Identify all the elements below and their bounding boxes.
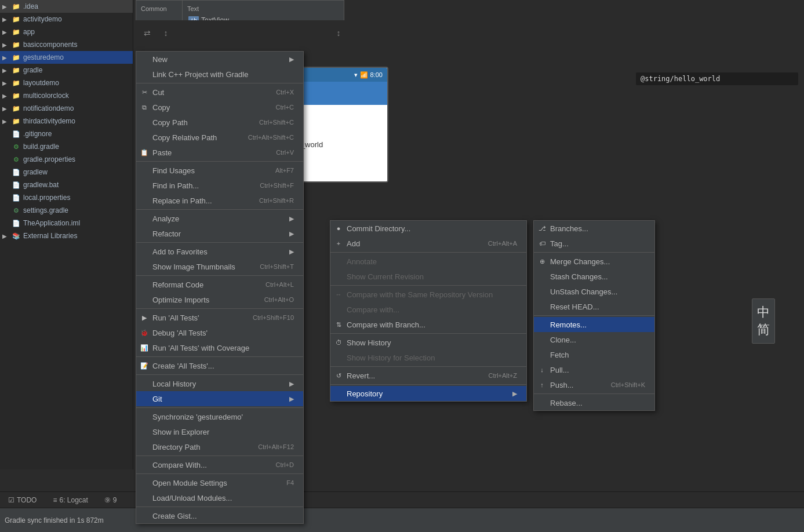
repo-menu-item-rebase---[interactable]: Rebase... xyxy=(534,395,654,410)
repo-menu-item-remotes---[interactable]: Remotes... xyxy=(534,317,654,332)
tree-item-basiccomponents[interactable]: ▶📁basiccomponents xyxy=(0,38,133,51)
tree-item-gesturedemo[interactable]: ▶📁gesturedemo xyxy=(0,51,133,64)
tree-arrow: ▶ xyxy=(2,42,12,48)
menu-item-synchronize--gesturedemo-[interactable]: Synchronize 'gesturedemo' xyxy=(136,409,303,424)
submenu-arrow-icon: ▶ xyxy=(278,248,294,256)
logcat-tab[interactable]: ≡ 6: Logcat xyxy=(49,495,91,505)
menu-item-directory-path[interactable]: Directory PathCtrl+Alt+F12 xyxy=(136,439,303,454)
menu-item-add-to-favorites[interactable]: Add to Favorites▶ xyxy=(136,244,303,259)
tree-item-settings-gradle[interactable]: ⚙settings.gradle xyxy=(0,204,133,217)
tree-item-multicolorclock[interactable]: ▶📁multicolorclock xyxy=(0,89,133,102)
menu-separator xyxy=(330,366,526,367)
chinese-panel: 中简 xyxy=(752,298,775,344)
code-snippet: @string/hello_world xyxy=(636,72,798,85)
menu-item-show-in-explorer[interactable]: Show in Explorer xyxy=(136,424,303,439)
menu-item-git[interactable]: Git▶ xyxy=(136,391,303,406)
toolbar-area: ⇄ ↕ xyxy=(139,26,174,40)
repo-menu-item-merge-changes---[interactable]: ⊕Merge Changes... xyxy=(534,254,654,269)
tree-item-gradlew-bat[interactable]: 📄gradlew.bat xyxy=(0,178,133,191)
repo-menu-item-push---[interactable]: ↑Push...Ctrl+Shift+K xyxy=(534,377,654,392)
menu-label: Compare with Branch... xyxy=(347,320,425,329)
menu-item-refactor[interactable]: Refactor▶ xyxy=(136,226,303,241)
tree-item-local-properties[interactable]: 📄local.properties xyxy=(0,191,133,204)
tree-item-label: .gitignore xyxy=(23,130,52,138)
tree-item-notificationdemo[interactable]: ▶📁notificationdemo xyxy=(0,102,133,115)
git-menu-item-show-history[interactable]: ⏱Show History xyxy=(330,335,526,350)
menu-item-link-c---project-with-gradle[interactable]: Link C++ Project with Gradle xyxy=(136,67,303,82)
menu-item-find-usages[interactable]: Find UsagesAlt+F7 xyxy=(136,163,303,178)
repo-menu-item-stash-changes---[interactable]: Stash Changes... xyxy=(534,269,654,284)
git-menu-item-add[interactable]: +AddCtrl+Alt+A xyxy=(330,236,526,251)
tree-item-label: gesturedemo xyxy=(23,53,64,61)
coverage-icon: 📊 xyxy=(140,343,149,352)
tree-item--idea[interactable]: ▶📁.idea xyxy=(0,0,133,13)
menu-label: Pull... xyxy=(550,366,569,374)
menu-item-create--all-tests----[interactable]: 📝Create 'All Tests'... xyxy=(136,358,303,373)
git-menu-item-compare-with-branch---[interactable]: ⇅Compare with Branch... xyxy=(330,317,526,332)
tree-item-label: basiccomponents xyxy=(23,41,77,49)
menu-item-optimize-imports[interactable]: Optimize ImportsCtrl+Alt+O xyxy=(136,292,303,307)
menu-item-paste[interactable]: 📋PasteCtrl+V xyxy=(136,145,303,160)
tree-arrow: ▶ xyxy=(2,54,12,61)
tree-item-app[interactable]: ▶📁app xyxy=(0,25,133,38)
tree-file-icon: ⚙ xyxy=(12,206,21,215)
git-menu-item-commit-directory---[interactable]: ●Commit Directory... xyxy=(330,221,526,236)
menu-item-create-gist---[interactable]: Create Gist... xyxy=(136,508,303,523)
tree-item-thirdactivitydemo[interactable]: ▶📁thirdactivitydemo xyxy=(0,115,133,127)
menu-shortcut: Ctrl+Shift+T xyxy=(248,263,294,270)
tree-arrow: ▶ xyxy=(2,105,12,112)
menu-item-copy[interactable]: ⧉CopyCtrl+C xyxy=(136,100,303,115)
menu-item-replace-in-path---[interactable]: Replace in Path...Ctrl+Shift+R xyxy=(136,193,303,208)
tree-item-theapplication-iml[interactable]: 📄TheApplication.iml xyxy=(0,217,133,229)
tree-item--gitignore[interactable]: 📄.gitignore xyxy=(0,127,133,140)
repo-menu-item-reset-head---[interactable]: Reset HEAD... xyxy=(534,299,654,314)
compare-branch-icon: ⇅ xyxy=(334,320,343,329)
git-menu-item-repository[interactable]: Repository▶ xyxy=(330,386,526,401)
vertical-arrows-icon[interactable]: ↕ xyxy=(159,26,173,40)
repo-menu-item-tag---[interactable]: 🏷Tag... xyxy=(534,236,654,251)
swap-icon[interactable]: ⇄ xyxy=(140,26,154,40)
menu-separator xyxy=(330,333,526,334)
menu-item-run--all-tests-[interactable]: ▶Run 'All Tests'Ctrl+Shift+F10 xyxy=(136,310,303,325)
menu-label: Annotate xyxy=(347,257,377,266)
menu-item-reformat-code[interactable]: Reformat CodeCtrl+Alt+L xyxy=(136,277,303,292)
tree-item-label: gradle xyxy=(23,66,42,74)
tree-item-activitydemo[interactable]: ▶📁activitydemo xyxy=(0,13,133,25)
tree-item-external-libraries[interactable]: ▶📚External Libraries xyxy=(0,229,133,242)
tree-file-icon: 📁 xyxy=(12,2,21,11)
arrows-icon2[interactable]: ↕ xyxy=(332,26,345,40)
menu-label: Run 'All Tests' with Coverage xyxy=(152,344,249,352)
menu-item-local-history[interactable]: Local History▶ xyxy=(136,376,303,391)
tree-item-gradle-properties[interactable]: ⚙gradle.properties xyxy=(0,153,133,166)
repo-menu-item-unstash-changes---[interactable]: UnStash Changes... xyxy=(534,284,654,299)
menu-item-find-in-path---[interactable]: Find in Path...Ctrl+Shift+F xyxy=(136,178,303,193)
menu-separator xyxy=(136,161,303,162)
menu-item-copy-path[interactable]: Copy PathCtrl+Shift+C xyxy=(136,115,303,130)
menu-item-open-module-settings[interactable]: Open Module SettingsF4 xyxy=(136,475,303,490)
tree-arrow: ▶ xyxy=(2,93,12,99)
repo-menu-item-branches---[interactable]: ⎇Branches... xyxy=(534,221,654,236)
tree-item-gradlew[interactable]: 📄gradlew xyxy=(0,166,133,178)
menu-label: Find in Path... xyxy=(152,181,199,190)
repo-menu-item-pull---[interactable]: ↓Pull... xyxy=(534,362,654,377)
git-menu-item-revert---[interactable]: ↺Revert...Ctrl+Alt+Z xyxy=(330,368,526,383)
menu-item-run--all-tests--with-coverage[interactable]: 📊Run 'All Tests' with Coverage xyxy=(136,340,303,355)
revert-icon: ↺ xyxy=(334,371,343,380)
menu-item-copy-relative-path[interactable]: Copy Relative PathCtrl+Alt+Shift+C xyxy=(136,130,303,145)
menu-item-new[interactable]: New▶ xyxy=(136,52,303,67)
tree-item-gradle[interactable]: ▶📁gradle xyxy=(0,64,133,76)
push-icon: ↑ xyxy=(537,380,547,389)
git-menu-item-show-current-revision: Show Current Revision xyxy=(330,269,526,284)
menu-item-load-unload-modules---[interactable]: Load/Unload Modules... xyxy=(136,490,303,505)
menu-item-debug--all-tests-[interactable]: 🐞Debug 'All Tests' xyxy=(136,325,303,340)
menu-item-analyze[interactable]: Analyze▶ xyxy=(136,211,303,226)
todo-tab[interactable]: ☑ TODO xyxy=(5,495,40,505)
menu-item-cut[interactable]: ✂CutCtrl+X xyxy=(136,85,303,100)
menu-item-show-image-thumbnails[interactable]: Show Image ThumbnailsCtrl+Shift+T xyxy=(136,259,303,274)
tree-item-build-gradle[interactable]: ⚙build.gradle xyxy=(0,140,133,153)
repo-menu-item-fetch[interactable]: Fetch xyxy=(534,347,654,362)
menu-item-compare-with---[interactable]: Compare With...Ctrl+D xyxy=(136,457,303,472)
repo-menu-item-clone---[interactable]: Clone... xyxy=(534,332,654,347)
tree-item-layoutdemo[interactable]: ▶📁layoutdemo xyxy=(0,76,133,89)
git-tab[interactable]: ⑨ 9 xyxy=(101,495,121,505)
